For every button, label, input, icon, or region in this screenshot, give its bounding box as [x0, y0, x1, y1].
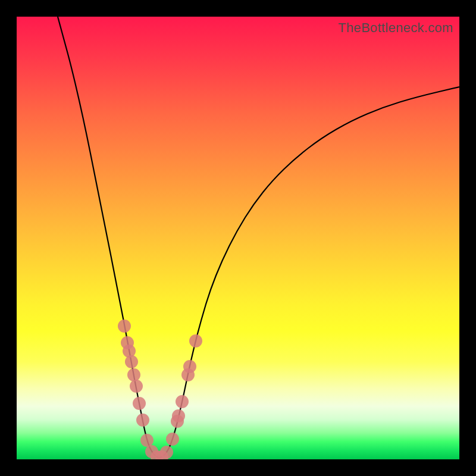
- curve-left-branch: [58, 17, 159, 458]
- chart-frame: TheBottleneck.com: [0, 0, 476, 476]
- data-marker: [166, 433, 179, 446]
- data-marker: [160, 446, 173, 459]
- markers-right-group: [155, 334, 202, 459]
- plot-area: TheBottleneck.com: [17, 17, 459, 459]
- data-marker: [140, 434, 154, 447]
- data-marker: [125, 355, 138, 368]
- data-marker: [183, 360, 196, 373]
- data-marker: [127, 368, 140, 381]
- data-marker: [130, 380, 143, 393]
- data-marker: [189, 334, 202, 347]
- curve-svg: [17, 17, 459, 459]
- data-marker: [118, 320, 131, 333]
- markers-left-group: [118, 320, 164, 459]
- data-marker: [136, 414, 149, 427]
- curve-right-branch: [159, 87, 459, 458]
- data-marker: [172, 409, 185, 422]
- data-marker: [176, 395, 189, 408]
- data-marker: [133, 397, 146, 410]
